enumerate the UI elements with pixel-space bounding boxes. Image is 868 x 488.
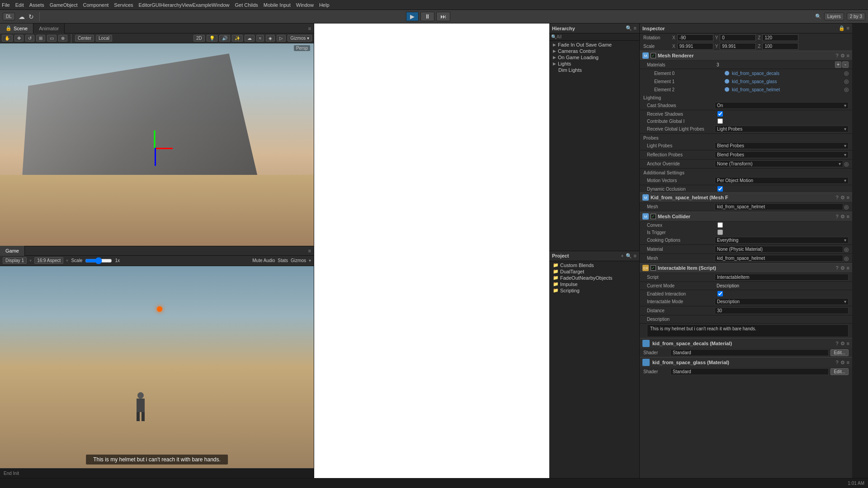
material-glass-header[interactable]: kid_from_space_glass (Material) ? ⚙ ≡ [640,357,852,367]
play-button[interactable]: ▶ [406,12,419,21]
project-icon1[interactable]: + [621,253,623,259]
interactable-settings[interactable]: ⚙ [840,265,845,271]
hand-tool[interactable]: ✋ [2,35,13,42]
tab-scene[interactable]: 🔒 Scene [0,23,33,33]
project-item-scripting[interactable]: 📁 Scripting [549,287,639,294]
audio-btn[interactable]: 🔊 [219,35,230,42]
mute-label[interactable]: Mute Audio [252,258,275,263]
material-decals-header[interactable]: kid_from_space_decals (Material) ? ⚙ ≡ [640,338,852,348]
anim-btn[interactable]: ▷ [277,35,286,42]
project-item-fadeout[interactable]: 📁 FadeOutNearbyObjects [549,275,639,281]
hierarchy-menu-icon[interactable]: ≡ [634,25,637,31]
enabled-interaction-checkbox[interactable] [717,291,723,296]
scene-menu-icon[interactable]: ≡ [308,26,311,31]
flare-btn[interactable]: ◈ [266,35,275,42]
receive-global-dropdown[interactable]: Light Probes ▾ [715,126,849,132]
menu-assets[interactable]: Assets [29,2,44,8]
local-btn[interactable]: Local [96,35,112,42]
transform-gizmo[interactable] [141,134,168,161]
remove-material-btn[interactable]: - [842,61,849,68]
interactable-menu[interactable]: ≡ [847,265,849,271]
hierarchy-item-loading[interactable]: ▶ On Game Loading [549,54,639,61]
script-field[interactable]: InteractableItem [715,274,849,281]
is-trigger-checkbox[interactable] [717,230,723,235]
hierarchy-item-fade[interactable]: ▶ Fade In Out Save Game [549,42,639,48]
add-material-btn[interactable]: + [835,61,841,68]
interactable-help[interactable]: ? [835,265,838,271]
interactable-enabled[interactable]: ✓ [651,265,656,271]
mesh-collider-enabled[interactable]: ✓ [651,214,656,219]
dl-button[interactable]: DL [3,13,15,20]
project-menu-icon[interactable]: ≡ [634,253,637,259]
material-decals-help[interactable]: ? [835,341,838,347]
collider-mesh-dropdown[interactable]: kid_from_space_helmet [715,255,843,262]
mesh-filter-menu[interactable]: ≡ [847,195,849,201]
collider-material-picker[interactable]: ◎ [844,246,849,253]
2d-btn[interactable]: 2D [193,35,205,42]
distance-input[interactable] [715,307,849,314]
motion-vectors-dropdown[interactable]: Per Object Motion ▾ [715,177,849,184]
contribute-global-checkbox[interactable] [717,118,723,124]
menu-gameobject[interactable]: GameObject [50,2,78,8]
scale-slider[interactable] [85,258,112,263]
center-btn[interactable]: Center [75,35,94,42]
scale-x[interactable] [677,43,713,50]
mesh-collider-help[interactable]: ? [835,214,838,220]
fx-btn[interactable]: ✨ [232,35,243,42]
mesh-collider-header[interactable]: M ✓ Mesh Collider ? ⚙ ≡ [640,211,852,221]
hierarchy-item-dimlights[interactable]: Dim Lights [549,67,639,73]
tab-animator[interactable]: Animator [33,23,65,33]
transform-tool[interactable]: ⊕ [58,35,67,42]
pause-button[interactable]: ⏸ [420,12,434,21]
element1-picker[interactable]: ◎ [844,78,849,84]
mesh-collider-settings[interactable]: ⚙ [840,214,845,220]
hierarchy-item-lights[interactable]: ▶ Lights [549,61,639,67]
tab-game[interactable]: Game [0,246,25,256]
scale-z[interactable] [762,43,798,50]
rotation-z[interactable] [762,34,798,41]
gizmos-scene-btn[interactable]: Gizmos ▾ [288,35,312,42]
mesh-renderer-enabled[interactable]: ✓ [651,53,656,58]
inspector-lock-icon[interactable]: 🔒 [839,25,845,31]
rotation-y[interactable] [720,34,756,41]
anchor-picker[interactable]: ◎ [844,161,849,167]
element2-picker[interactable]: ◎ [844,86,849,93]
convex-checkbox[interactable] [717,222,723,228]
fog-btn[interactable]: ≈ [256,35,264,42]
layers-button[interactable]: Layers [824,13,844,20]
mesh-filter-settings[interactable]: ⚙ [840,195,845,201]
menu-file[interactable]: File [2,2,10,8]
receive-shadows-checkbox[interactable] [717,111,723,117]
mesh-collider-menu[interactable]: ≡ [847,214,849,220]
menu-services[interactable]: Services [114,2,133,8]
rotation-x[interactable] [677,34,713,41]
sky-btn[interactable]: ☁ [245,35,255,42]
cast-shadows-dropdown[interactable]: On ▾ [715,102,849,109]
menu-editor[interactable]: EditorGUIHierarchyViewExampleWindow [139,2,230,8]
light-probes-dropdown[interactable]: Blend Probes ▾ [715,142,849,149]
menu-getchilds[interactable]: Get Childs [235,2,258,8]
scale-tool[interactable]: ⊞ [36,35,45,42]
gizmos-game-label[interactable]: Gizmos [291,258,306,263]
game-menu-icon[interactable]: ≡ [308,248,311,253]
hierarchy-item-cameras[interactable]: ▶ Cameras Control [549,48,639,54]
material-glass-settings[interactable]: ⚙ [840,360,845,366]
interactable-mode-dropdown[interactable]: Description ▾ [715,298,849,305]
menu-edit[interactable]: Edit [15,2,24,8]
cloud-icon[interactable]: ☁ [19,13,25,20]
description-box[interactable]: This is my helmet but i can't reach it w… [647,324,849,337]
collider-material-dropdown[interactable]: None (Physic Material) [715,246,843,253]
rotate-tool[interactable]: ↺ [25,35,34,42]
step-button[interactable]: ⏭ [436,12,450,21]
aspect-btn[interactable]: 16:9 Aspect [34,257,63,264]
interactable-header[interactable]: C# ✓ Interactable Item (Script) ? ⚙ ≡ [640,263,852,273]
move-tool[interactable]: ✥ [14,35,24,42]
stats-label[interactable]: Stats [278,258,288,263]
light-btn[interactable]: 💡 [207,35,217,42]
material-glass-help[interactable]: ? [835,360,838,366]
display-btn[interactable]: Display 1 [3,257,27,264]
project-item-dualtarget[interactable]: 📁 DualTarget [549,268,639,275]
dynamic-occlusion-checkbox[interactable] [717,186,723,192]
project-icon2[interactable]: 🔍 [626,253,632,259]
material-decals-menu[interactable]: ≡ [847,341,849,347]
